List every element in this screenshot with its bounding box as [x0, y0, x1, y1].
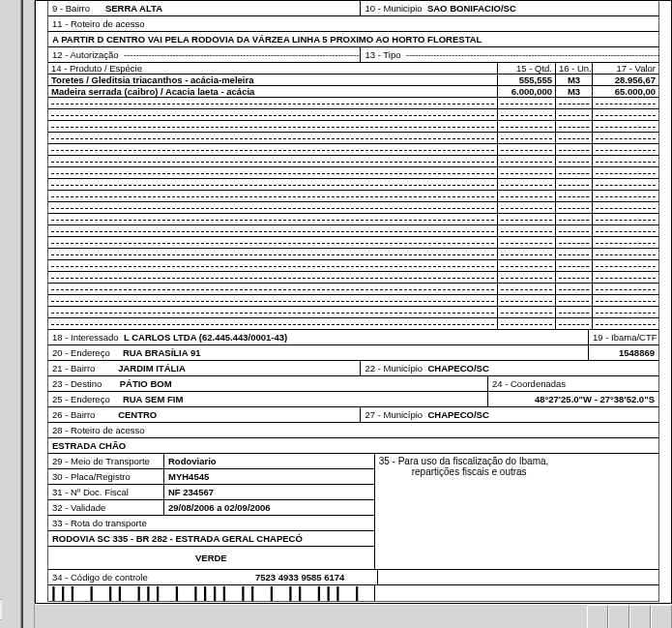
left-tab-bar: ts: [0, 0, 21, 628]
field-33-value: RODOVIA SC 335 - BR 282 - ESTRADA GERAL …: [48, 531, 374, 546]
document-viewport: 9 - Bairro SERRA ALTA 10 - Municipio SAO…: [35, 0, 672, 604]
field-13-tipo: 13 - Tipo: [361, 47, 658, 62]
item-un: M3: [556, 86, 593, 97]
verde-label: VERDE: [48, 547, 374, 569]
field-26-bairro: 26 - Bairro CENTRO: [48, 407, 361, 422]
field-21-bairro: 21 - Bairro JARDIM ITÁLIA: [48, 361, 361, 375]
barcode: ||| | || ||| | |||| || | || ||| | || |||…: [48, 585, 375, 601]
field-9-bairro: 9 - Bairro SERRA ALTA: [48, 1, 361, 15]
field-23-destino: 23 - Destino PÁTIO BOM: [48, 376, 488, 391]
col-16-un: 16 - Un.: [556, 63, 593, 74]
item-row: Toretes / Gleditsia triacanthos - acácia…: [48, 74, 658, 85]
empty-item-row: [48, 236, 658, 248]
document-page: 9 - Bairro SERRA ALTA 10 - Municipio SAO…: [36, 0, 671, 602]
empty-item-row: [48, 143, 658, 155]
empty-item-row: [48, 132, 658, 143]
item-valor: 65.000,00: [593, 86, 658, 97]
field-10-municipio: 10 - Municipio SAO BONIFACIO/SC: [361, 1, 658, 15]
col-17-valor: 17 - Valor: [593, 63, 658, 74]
form-document: 9 - Bairro SERRA ALTA 10 - Municipio SAO…: [47, 0, 659, 602]
field-25-endereco: 25 - Endereço RUA SEM FIM: [48, 392, 488, 406]
transport-block: 29 - Meio de TransporteRodoviario 30 - P…: [48, 454, 374, 569]
item-qtd: 6.000,000: [498, 86, 556, 97]
barcode-right-empty: [375, 585, 658, 601]
field-12-autorizacao: 12 - Autorização: [48, 47, 361, 62]
field-35-fiscalizacao: 35 - Para uso da fiscalização do Ibama, …: [374, 454, 658, 569]
field-18-interessado: 18 - Interessado L CARLOS LTDA (62.445.4…: [48, 330, 589, 344]
field-34-codigo: 34 - Código de controle 7523 4933 9585 6…: [48, 570, 378, 584]
field-28-roteiro-value: ESTRADA CHÃO: [48, 438, 658, 453]
col-15-qtd: 15 - Qtd.: [498, 63, 556, 74]
empty-item-row: [48, 120, 658, 132]
empty-item-row: [48, 166, 658, 178]
field-29-label: 29 - Meio de Transporte: [48, 454, 164, 468]
field-31-label: 31 - Nº Doc. Fiscal: [48, 485, 164, 499]
empty-item-row: [48, 108, 658, 120]
empty-item-row: [48, 155, 658, 166]
footer-button-2[interactable]: [608, 605, 629, 628]
items-grid: Toretes / Gleditsia triacanthos - acácia…: [48, 74, 658, 329]
field-24-coordenadas-label: 24 - Coordenadas: [488, 376, 658, 391]
field-30-value: MYH4545: [164, 469, 374, 484]
empty-item-row: [48, 259, 658, 271]
empty-item-row: [48, 317, 658, 329]
empty-item-row: [48, 201, 658, 213]
field-20-endereco: 20 - Endereço RUA BRASÍLIA 91: [48, 345, 589, 360]
field-31-value: NF 234567: [164, 485, 374, 499]
item-un: M3: [556, 75, 593, 85]
field-33-label: 33 - Rota do transporte: [48, 516, 374, 530]
empty-item-row: [48, 248, 658, 259]
status-bar: [35, 604, 672, 628]
app-shell: ts 9 - Bairro SERRA ALTA 10 - Municipio …: [0, 0, 672, 628]
field-22-municipio: 22 - Município CHAPECO/SC: [361, 361, 658, 375]
empty-item-row: [48, 97, 658, 108]
footer-button-4[interactable]: [651, 605, 672, 628]
empty-item-row: [48, 306, 658, 317]
field-24-coordenadas-value: 48°27'25.0"W - 27°38'52.0"S: [488, 392, 658, 406]
item-qtd: 555,555: [498, 75, 556, 85]
empty-item-row: [48, 178, 658, 190]
field-32-value: 29/08/2006 a 02/09/2006: [164, 500, 374, 515]
empty-item-row: [48, 190, 658, 201]
item-product: Madeira serrada (caibro) / Acacia laeta …: [48, 86, 498, 97]
items-header-row: 14 - Produto / Espécie 15 - Qtd. 16 - Un…: [48, 62, 658, 74]
field-32-label: 32 - Validade: [48, 500, 164, 515]
footer-button-3[interactable]: [629, 605, 651, 628]
item-valor: 28.956,67: [593, 75, 658, 85]
field-19-ibama-value: 1548869: [589, 345, 658, 360]
empty-item-row: [48, 283, 658, 294]
field-19-ibama-label: 19 - Ibama/CTF: [589, 330, 658, 344]
col-14-produto: 14 - Produto / Espécie: [48, 63, 498, 74]
field-29-value: Rodoviario: [164, 454, 374, 468]
footer-button-1[interactable]: [587, 605, 608, 628]
field-30-label: 30 - Placa/Registro: [48, 469, 164, 484]
field-11-roteiro-value: A PARTIR D CENTRO VAI PELA RODOVIA DA VÁ…: [48, 32, 658, 46]
field-27-municipio: 27 - Município CHAPECO/SC: [361, 407, 658, 422]
side-tab[interactable]: ts: [0, 599, 2, 620]
field-34-right-empty: [378, 570, 658, 584]
empty-item-row: [48, 224, 658, 236]
vertical-scrollbar[interactable]: [21, 0, 35, 628]
item-row: Madeira serrada (caibro) / Acacia laeta …: [48, 85, 658, 97]
empty-item-row: [48, 294, 658, 306]
field-28-roteiro-label: 28 - Roteiro de acesso: [48, 423, 658, 437]
item-product: Toretes / Gleditsia triacanthos - acácia…: [48, 75, 498, 85]
empty-item-row: [48, 213, 658, 224]
field-11-roteiro-label: 11 - Roteiro de acesso: [48, 16, 658, 31]
empty-item-row: [48, 271, 658, 283]
